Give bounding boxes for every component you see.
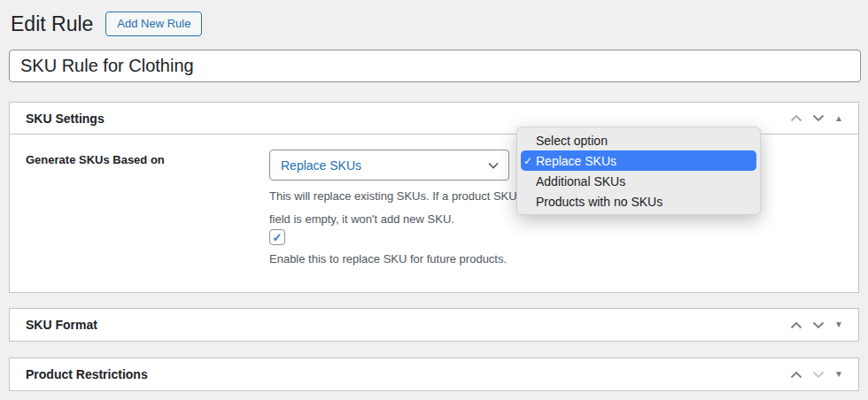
- generate-skus-label: Generate SKUs Based on: [26, 153, 165, 166]
- panel-handle-actions: ▼: [790, 320, 843, 329]
- expand-panel-icon[interactable]: ▼: [834, 370, 843, 379]
- chevron-down-icon: [488, 162, 499, 169]
- panel-handle-actions: ▼: [790, 370, 843, 379]
- menu-option-select-option[interactable]: Select option: [517, 130, 760, 150]
- panel-title: SKU Format: [26, 318, 97, 332]
- move-up-icon[interactable]: [790, 371, 802, 379]
- panel-sku-format: SKU Format ▼: [9, 308, 859, 342]
- panel-title: Product Restrictions: [26, 367, 148, 381]
- menu-option-additional-skus[interactable]: Additional SKUs: [517, 171, 760, 191]
- menu-option-replace-skus[interactable]: ✓ Replace SKUs: [521, 150, 756, 171]
- menu-option-label: Replace SKUs: [536, 154, 616, 168]
- panel-product-restrictions: Product Restrictions ▼: [9, 358, 859, 391]
- menu-option-label: Products with no SKUs: [536, 195, 663, 209]
- select-dropdown-menu: Select option ✓ Replace SKUs Additional …: [516, 127, 761, 215]
- panel-handle-actions: ▲: [790, 114, 843, 123]
- collapse-panel-icon[interactable]: ▲: [834, 114, 843, 123]
- panel-title: SKU Settings: [26, 112, 105, 126]
- menu-option-label: Select option: [536, 134, 608, 148]
- future-products-checkbox[interactable]: ✓: [269, 229, 285, 245]
- help-line-2: field is empty, it won't add new SKU.: [269, 208, 517, 231]
- page-header: Edit Rule Add New Rule: [11, 11, 202, 37]
- help-line-1: This will replace existing SKUs. If a pr…: [269, 185, 517, 208]
- panel-product-restrictions-header[interactable]: Product Restrictions ▼: [10, 358, 858, 390]
- expand-panel-icon[interactable]: ▼: [834, 320, 843, 329]
- select-help-text: This will replace existing SKUs. If a pr…: [269, 185, 517, 231]
- move-up-icon[interactable]: [790, 114, 802, 122]
- select-value: Replace SKUs: [281, 158, 361, 173]
- page-title: Edit Rule: [11, 11, 93, 37]
- menu-option-products-no-skus[interactable]: Products with no SKUs: [517, 191, 760, 212]
- move-down-icon[interactable]: [812, 321, 825, 329]
- generate-skus-select[interactable]: Replace SKUs: [269, 150, 509, 181]
- check-icon: ✓: [523, 156, 536, 166]
- move-up-icon[interactable]: [790, 321, 802, 329]
- rule-title-input[interactable]: [9, 50, 861, 82]
- panel-sku-format-header[interactable]: SKU Format ▼: [10, 309, 858, 341]
- move-down-icon[interactable]: [812, 114, 825, 122]
- check-icon: ✓: [273, 231, 283, 244]
- menu-option-label: Additional SKUs: [536, 174, 625, 188]
- checkbox-help-text: Enable this to replace SKU for future pr…: [269, 252, 507, 265]
- move-down-icon[interactable]: [812, 371, 825, 379]
- add-new-rule-button[interactable]: Add New Rule: [105, 12, 202, 36]
